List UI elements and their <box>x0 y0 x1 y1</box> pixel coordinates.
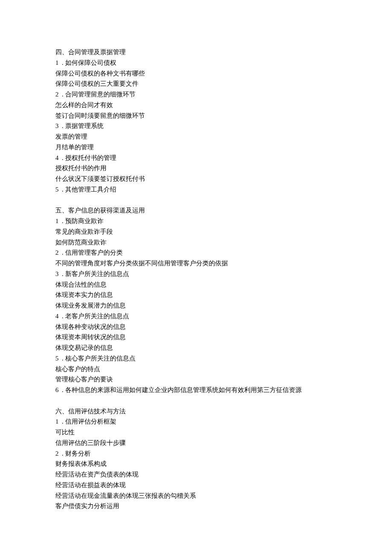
text-line: 2 . 信用管理客户的分类 <box>55 247 337 258</box>
text-line: 3 . 新客户所关注的信息点 <box>55 269 337 279</box>
text-line: 1 . 信用评估分析框架 <box>55 416 337 427</box>
text-line: 财务报表体系构成 <box>55 459 337 469</box>
text-line: 管理核心客户的要诀 <box>55 374 337 385</box>
text-line: 4 . 授权托付书的管理 <box>55 153 337 163</box>
text-line: 签订合同时须要留意的细微环节 <box>55 110 337 121</box>
text-line: 5 . 核心客户所关注的信息点 <box>55 353 337 364</box>
text-line: 1 . 如何保障公司债权 <box>55 58 337 68</box>
text-line: 体现合法性的信息 <box>55 279 337 290</box>
text-line: 月结单的管理 <box>55 142 337 153</box>
text-line: 2 . 合同管理留意的细微环节 <box>55 89 337 100</box>
text-line: 如何防范商业欺诈 <box>55 237 337 248</box>
text-line: 客户偿债实力分析运用 <box>55 501 337 511</box>
blank-line <box>55 395 337 406</box>
text-line: 怎么样的合同才有效 <box>55 100 337 110</box>
text-line: 五、客户信息的获得渠道及运用 <box>55 205 337 216</box>
text-line: 5 . 其他管理工具介绍 <box>55 184 337 195</box>
text-line: 保障公司债权的三大重要文件 <box>55 78 337 89</box>
text-line: 信用评估的三阶段十步骤 <box>55 438 337 448</box>
text-line: 3 . 票据管理系统 <box>55 121 337 131</box>
text-line: 核心客户的特点 <box>55 364 337 375</box>
text-line: 六、信用评估技术与方法 <box>55 406 337 417</box>
text-line: 体现各种变动状况的信息 <box>55 322 337 332</box>
text-line: 体现业务发展潜力的信息 <box>55 300 337 311</box>
document-page: 四、合同管理及票据管理1 . 如何保障公司债权保障公司债权的各种文书有哪些保障公… <box>0 0 392 555</box>
text-line: 经营活动在损益表的体现 <box>55 480 337 491</box>
text-line: 常见的商业欺诈手段 <box>55 227 337 237</box>
blank-line <box>55 195 337 206</box>
text-line: 4 . 老客户所关注的信息点 <box>55 311 337 322</box>
text-line: 不同的管理角度对客户分类依据不同信用管理客户分类的依据 <box>55 258 337 269</box>
text-line: 什么状况下须要签订授权托付书 <box>55 174 337 184</box>
text-line: 保障公司债权的各种文书有哪些 <box>55 68 337 79</box>
text-line: 授权托付书的作用 <box>55 163 337 174</box>
text-line: 2 . 财务分析 <box>55 448 337 459</box>
text-line: 1 . 预防商业欺诈 <box>55 216 337 227</box>
text-line: 体现交易记录的信息 <box>55 343 337 353</box>
text-line: 体现资本实力的信息 <box>55 290 337 300</box>
text-line: 经营活动在资产负债表的体现 <box>55 469 337 480</box>
text-line: 体现资本周转状况的信息 <box>55 332 337 343</box>
text-line: 发票的管理 <box>55 131 337 142</box>
text-line: 经营活动在现金流量表的体现三张报表的勾稽关系 <box>55 491 337 501</box>
text-line: 可比性 <box>55 427 337 438</box>
text-line: 6 . 各种信息的来源和运用如何建立企业内部信息管理系统如何有效利用第三方征信资… <box>55 385 337 395</box>
text-line: 四、合同管理及票据管理 <box>55 47 337 58</box>
